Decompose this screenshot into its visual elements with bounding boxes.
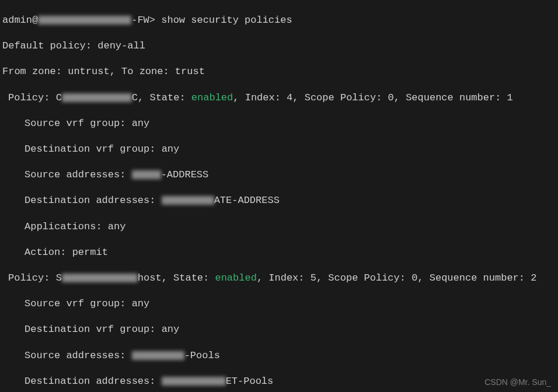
apps-line: Applications: any [2, 220, 558, 233]
state-enabled: enabled [191, 92, 233, 103]
prompt-line: admin@-FW> show security policies [2, 14, 558, 27]
src-vrf-line: Source vrf group: any [2, 298, 558, 310]
dst-vrf-line: Destination vrf group: any [2, 143, 558, 156]
command-text: show security policies [161, 15, 292, 26]
default-policy-line: Default policy: deny-all [2, 40, 558, 52]
src-addr-line: Source addresses: -ADDRESS [2, 169, 558, 181]
zone-header-untrust-trust: From zone: untrust, To zone: trust [2, 65, 558, 78]
dst-vrf-line: Destination vrf group: any [2, 323, 558, 336]
prompt-symbol: > [149, 15, 155, 26]
src-vrf-line: Source vrf group: any [2, 117, 558, 130]
redacted-src-addr [132, 351, 184, 360]
prompt-host-suffix: -FW [131, 15, 149, 26]
watermark-text: CSDN @Mr. Sun_ [484, 377, 551, 387]
redacted-policy-name [62, 274, 138, 282]
state-enabled: enabled [215, 272, 256, 284]
prompt-user: admin@ [2, 15, 38, 26]
dst-addr-line: Destination addresses: ATE-ADDRESS [2, 194, 558, 207]
policy-header-2: Policy: Shost, State: enabled, Index: 5,… [2, 272, 558, 285]
src-addr-line: Source addresses: -Pools [2, 349, 558, 362]
redacted-dst-addr [162, 377, 226, 386]
action-line: Action: permit [2, 246, 558, 259]
redacted-hostname [38, 16, 131, 24]
policy-header-1: Policy: CC, State: enabled, Index: 4, Sc… [2, 92, 558, 104]
redacted-src-addr [132, 170, 161, 179]
redacted-policy-name [62, 93, 132, 102]
terminal-output: admin@-FW> show security policies Defaul… [2, 1, 558, 392]
redacted-dst-addr [162, 196, 214, 205]
dst-addr-line: Destination addresses: ET-Pools [2, 375, 558, 388]
